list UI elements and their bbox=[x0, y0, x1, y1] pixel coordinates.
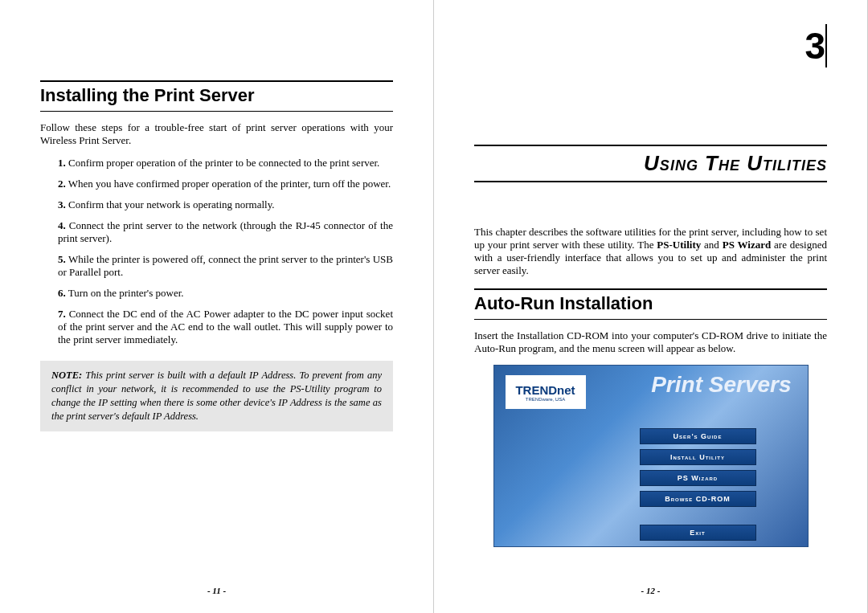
brand-sub: TRENDware, USA bbox=[526, 397, 565, 402]
intro-left: Follow these steps for a trouble-free st… bbox=[40, 121, 393, 147]
ps-wizard-button[interactable]: PS Wizard bbox=[640, 470, 756, 486]
brand-box: TRENDnet TRENDware, USA bbox=[506, 375, 586, 409]
page-number-right: - 12 - bbox=[434, 586, 867, 595]
chapter-title: Using The Utilities bbox=[474, 145, 827, 182]
page-number-left: - 11 - bbox=[0, 586, 433, 595]
list-item: 7. Connect the DC end of the AC Power ad… bbox=[58, 308, 393, 346]
note-text: This print server is built with a defaul… bbox=[51, 370, 382, 422]
brand-name: TRENDnet bbox=[515, 383, 575, 397]
page-left: Installing the Print Server Follow these… bbox=[0, 0, 434, 613]
list-item: 6. Turn on the printer's power. bbox=[58, 287, 393, 300]
browse-cdrom-button[interactable]: Browse CD-ROM bbox=[640, 491, 756, 507]
install-utility-button[interactable]: Install Utility bbox=[640, 449, 756, 465]
users-guide-button[interactable]: User's Guide bbox=[640, 428, 756, 444]
list-item: 4. Connect the print server to the netwo… bbox=[58, 219, 393, 245]
steps-list: 1. Confirm proper operation of the print… bbox=[40, 157, 393, 346]
autorun-screenshot: TRENDnet TRENDware, USA Print Servers Us… bbox=[493, 365, 809, 547]
note-label: NOTE: bbox=[51, 370, 82, 381]
heading-install: Installing the Print Server bbox=[40, 80, 393, 112]
list-item: 3. Confirm that your network is operatin… bbox=[58, 198, 393, 211]
autorun-text: Insert the Installation CD-ROM into your… bbox=[474, 329, 827, 355]
list-item: 5. While the printer is powered off, con… bbox=[58, 253, 393, 279]
chapter-intro: This chapter describes the software util… bbox=[474, 226, 827, 277]
autorun-title: Print Servers bbox=[651, 372, 791, 398]
chapter-number: 3 bbox=[805, 24, 827, 67]
autorun-buttons: User's Guide Install Utility PS Wizard B… bbox=[640, 428, 756, 541]
list-item: 1. Confirm proper operation of the print… bbox=[58, 157, 393, 170]
list-item: 2. When you have confirmed proper operat… bbox=[58, 178, 393, 190]
exit-button[interactable]: Exit bbox=[640, 525, 756, 541]
heading-autorun: Auto-Run Installation bbox=[474, 288, 827, 320]
page-right: 3 Using The Utilities This chapter descr… bbox=[434, 0, 868, 613]
note-box: NOTE: This print server is built with a … bbox=[40, 361, 393, 431]
